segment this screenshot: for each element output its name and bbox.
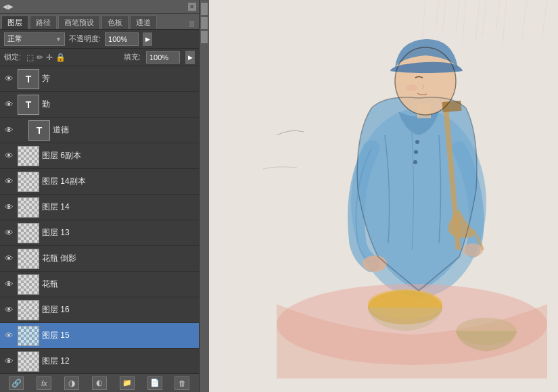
layer-thumbnail <box>18 197 39 218</box>
layer-visibility-icon[interactable]: 👁 <box>3 304 15 316</box>
side-strip-btn[interactable] <box>201 3 208 15</box>
link-icon: 🔗 <box>11 378 22 388</box>
layer-row[interactable]: 👁 T 勤 <box>0 92 199 118</box>
new-layer-button[interactable]: 📄 <box>147 376 162 390</box>
panel-tabs: 图层 路径 画笔预设 色板 通道 ☰ <box>0 14 199 30</box>
panel-title-bar: ◀▶ ✕ <box>0 0 199 14</box>
svg-point-18 <box>406 84 417 91</box>
opacity-label: 不透明度: <box>69 34 101 44</box>
blend-mode-arrow: ▼ <box>55 36 62 43</box>
lock-label: 锁定: <box>4 52 21 62</box>
layer-name: 图层 6副本 <box>42 150 196 162</box>
layer-name: 图层 12 <box>42 356 196 367</box>
svg-point-26 <box>363 255 387 272</box>
lock-all-icon[interactable]: 🔒 <box>55 53 66 62</box>
lock-move-icon[interactable]: ✛ <box>46 53 53 62</box>
layers-bottom-toolbar: 🔗 fx ◑ ◐ 📁 📄 🗑 <box>0 373 199 392</box>
layer-thumbnail <box>18 326 39 346</box>
layer-visibility-icon[interactable]: 👁 <box>3 99 15 111</box>
layer-row[interactable]: 👁 T 芳 <box>0 66 199 92</box>
blend-mode-select[interactable]: 正常 ▼ <box>4 32 65 46</box>
layer-thumbnail <box>18 300 39 320</box>
layer-name: 图层 16 <box>42 304 196 316</box>
canvas-area <box>209 0 558 392</box>
side-strip-btn[interactable] <box>201 17 208 29</box>
adjustment-layer-button[interactable]: ◐ <box>92 376 107 390</box>
title-bar-left: ◀▶ <box>3 3 14 10</box>
layer-name: 花瓶 <box>42 278 196 290</box>
tab-channels[interactable]: 通道 <box>130 16 157 29</box>
adjustment-icon: ◐ <box>96 378 103 387</box>
folder-icon: 📁 <box>122 378 132 387</box>
layer-name: 图层 14 <box>42 201 196 213</box>
layer-visibility-icon[interactable]: 👁 <box>3 201 15 214</box>
lock-transparency-icon[interactable]: ⬚ <box>26 53 34 62</box>
fill-value-text: 100% <box>149 53 168 62</box>
layer-row[interactable]: 👁 图层 16 <box>0 297 199 323</box>
layer-name: 图层 14副本 <box>42 176 196 187</box>
layer-thumbnail: T <box>18 69 39 89</box>
svg-rect-19 <box>417 105 431 118</box>
svg-point-14 <box>415 140 419 144</box>
tab-paths[interactable]: 路径 <box>30 16 57 29</box>
layer-visibility-icon[interactable]: 👁 <box>3 73 15 85</box>
layer-visibility-icon[interactable]: 👁 <box>3 176 15 188</box>
tab-swatches[interactable]: 色板 <box>101 16 129 29</box>
lock-paint-icon[interactable]: ✏ <box>37 53 43 62</box>
fill-label: 填充: <box>124 52 141 62</box>
svg-point-15 <box>414 150 418 154</box>
canvas-painting <box>209 0 558 392</box>
opacity-increase-button[interactable]: ▶ <box>143 32 152 46</box>
fill-increase-button[interactable]: ▶ <box>185 51 195 64</box>
lock-icons: ⬚ ✏ ✛ 🔒 <box>26 53 66 62</box>
layer-row[interactable]: 👁 图层 12 <box>0 349 199 373</box>
layer-fx-button[interactable]: fx <box>37 376 51 390</box>
fill-input[interactable]: 100% <box>146 51 180 64</box>
layer-visibility-icon[interactable]: 👁 <box>3 227 15 239</box>
svg-point-27 <box>463 243 483 257</box>
opacity-input[interactable]: 100% <box>105 32 139 46</box>
side-strip-btn[interactable] <box>201 31 208 43</box>
layer-visibility-icon[interactable]: 👁 <box>3 150 15 162</box>
layer-row[interactable]: 👁 花瓶 倒影 <box>0 246 199 272</box>
layer-name: 勤 <box>42 99 196 110</box>
layer-visibility-icon[interactable]: 👁 <box>3 330 15 342</box>
lock-row: 锁定: ⬚ ✏ ✛ 🔒 填充: 100% ▶ <box>0 49 199 66</box>
layer-row[interactable]: 👁 图层 6副本 <box>0 143 199 169</box>
layer-row[interactable]: 👁 图层 13 <box>0 220 199 246</box>
side-strip <box>200 0 209 392</box>
add-mask-button[interactable]: ◑ <box>64 376 79 390</box>
layer-name: 图层 13 <box>42 227 196 239</box>
panel-collapse-arrows[interactable]: ◀▶ <box>3 3 14 10</box>
layer-name: 花瓶 倒影 <box>42 253 196 264</box>
tab-brush-presets[interactable]: 画笔预设 <box>58 16 100 29</box>
layer-thumbnail <box>18 274 39 295</box>
layer-visibility-icon[interactable]: 👁 <box>3 356 15 368</box>
layer-row-selected[interactable]: 👁 图层 15 <box>0 323 199 349</box>
layer-thumbnail <box>18 172 39 192</box>
layer-visibility-icon[interactable]: 👁 <box>3 278 15 291</box>
svg-point-16 <box>413 160 417 164</box>
link-layers-button[interactable]: 🔗 <box>9 376 24 390</box>
layers-list: 👁 T 芳 👁 T 勤 👁 T 道德 👁 图层 6副本 👁 图层 14副本 <box>0 66 199 373</box>
layer-name: 图层 15 <box>42 330 196 341</box>
opacity-value-text: 100% <box>108 35 127 43</box>
trash-icon: 🗑 <box>179 379 186 387</box>
tab-layers[interactable]: 图层 <box>1 16 28 29</box>
mask-icon: ◑ <box>68 378 75 388</box>
layer-visibility-icon[interactable]: 👁 <box>3 253 15 265</box>
panel-close-button[interactable]: ✕ <box>188 3 196 11</box>
layer-row[interactable]: 👁 T 道德 <box>0 118 199 143</box>
fx-icon: fx <box>41 379 47 387</box>
new-group-button[interactable]: 📁 <box>120 376 135 390</box>
delete-layer-button[interactable]: 🗑 <box>175 376 189 390</box>
layer-visibility-icon[interactable]: 👁 <box>3 124 15 137</box>
layer-row[interactable]: 👁 图层 14副本 <box>0 169 199 195</box>
panel-menu-button[interactable]: ☰ <box>186 20 197 29</box>
layer-row[interactable]: 👁 花瓶 <box>0 272 199 297</box>
layer-thumbnail <box>18 223 39 243</box>
layers-panel: ◀▶ ✕ 图层 路径 画笔预设 色板 通道 ☰ 正常 ▼ 不透明度: 100% … <box>0 0 200 392</box>
layer-name: 道德 <box>53 124 196 136</box>
layer-row[interactable]: 👁 图层 14 <box>0 195 199 220</box>
new-layer-icon: 📄 <box>150 378 160 387</box>
